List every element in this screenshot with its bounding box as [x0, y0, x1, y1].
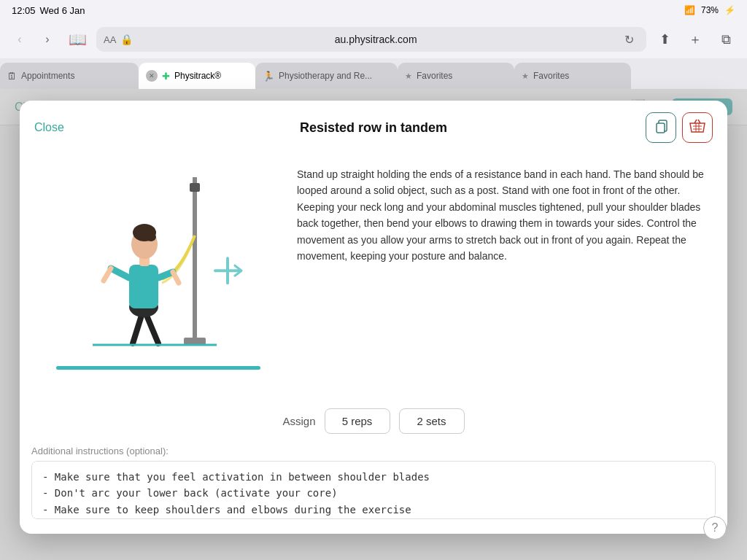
modal-close-button[interactable]: Close: [34, 121, 64, 134]
instructions-label: Additional instructions (optional):: [31, 446, 716, 456]
appointments-tab-label: Appointments: [21, 71, 74, 81]
modal-header-actions: [646, 112, 713, 143]
time-display: 12:05: [12, 5, 36, 16]
modal-body: Stand up straight holding the ends of a …: [20, 152, 727, 400]
exercise-description-text: Stand up straight holding the ends of a …: [297, 166, 713, 264]
status-icons: 📶 73% ⚡: [684, 5, 735, 15]
basket-icon: [689, 119, 705, 137]
svg-rect-7: [190, 183, 200, 192]
status-bar: 12:05 Wed 6 Jan 📶 73% ⚡: [0, 0, 747, 20]
address-bar[interactable]: AA 🔒 au.physitrack.com ↻: [96, 27, 646, 52]
physiotherapy-tab-icon: 🏃: [263, 71, 274, 82]
refresh-button[interactable]: ↻: [619, 29, 639, 50]
assign-label: Assign: [282, 415, 315, 427]
copy-exercise-button[interactable]: [646, 112, 676, 143]
instructions-section: Additional instructions (optional):: [20, 446, 727, 534]
charging-icon: ⚡: [724, 5, 735, 15]
tab-physiotherapy[interactable]: 🏃 Physiotherapy and Re...: [255, 63, 398, 89]
svg-rect-11: [129, 265, 158, 308]
exercise-description: Stand up straight holding the ends of a …: [297, 159, 713, 385]
physitrack-tab-label: Physitrack®: [174, 71, 221, 81]
svg-line-15: [173, 272, 179, 283]
modal-overlay: Close Resisted row in tandem: [0, 89, 747, 560]
status-time-area: 12:05 Wed 6 Jan: [12, 5, 85, 16]
tabs-overview-button[interactable]: ⧉: [713, 27, 738, 52]
tab-favorites-2[interactable]: ★ Favorites: [514, 63, 631, 89]
browser-actions: ⬆ ＋ ⧉: [652, 27, 738, 52]
new-tab-button[interactable]: ＋: [683, 27, 708, 52]
battery-display: 73%: [701, 5, 719, 15]
share-button[interactable]: ⬆: [652, 27, 677, 52]
add-exercise-icon: [209, 252, 246, 295]
favorites2-tab-icon: ★: [522, 71, 529, 81]
lock-icon: 🔒: [120, 34, 133, 45]
copy-icon: [654, 119, 668, 137]
svg-line-13: [104, 268, 111, 281]
exercise-progress-bar: [56, 366, 260, 370]
tab-favorites-1[interactable]: ★ Favorites: [398, 63, 514, 89]
exercise-image: [49, 159, 268, 363]
svg-point-19: [146, 233, 156, 241]
sets-button[interactable]: 2 sets: [399, 408, 465, 434]
exercise-modal: Close Resisted row in tandem: [20, 101, 727, 534]
favorites2-tab-label: Favorites: [533, 71, 569, 81]
favorites1-tab-icon: ★: [405, 71, 412, 81]
bookmarks-button[interactable]: 📖: [64, 26, 90, 52]
physitrack-tab-close[interactable]: ✕: [146, 70, 158, 82]
favorites1-tab-label: Favorites: [417, 71, 452, 81]
wifi-icon: 📶: [684, 5, 695, 15]
exercise-image-area: [34, 159, 282, 385]
url-display: au.physitrack.com: [137, 34, 614, 45]
appointments-tab-icon: 🗓: [7, 71, 17, 82]
svg-line-12: [111, 268, 129, 278]
aa-label: AA: [104, 34, 116, 45]
instructions-textarea[interactable]: [31, 461, 716, 519]
assign-row: Assign 5 reps 2 sets: [20, 400, 727, 446]
physiotherapy-tab-label: Physiotherapy and Re...: [279, 71, 372, 81]
tab-physitrack[interactable]: ✕ ✚ Physitrack®: [139, 63, 255, 89]
help-button[interactable]: ?: [703, 516, 727, 540]
page-background: Close Shoulder impingement phase 1 ✎ ⬜ 🖨…: [0, 89, 747, 560]
svg-rect-0: [657, 123, 665, 133]
reps-button[interactable]: 5 reps: [325, 408, 390, 434]
forward-button[interactable]: ›: [36, 28, 58, 50]
tab-appointments[interactable]: 🗓 Appointments: [0, 63, 139, 89]
physitrack-tab-icon: ✚: [162, 71, 170, 82]
add-to-basket-button[interactable]: [682, 112, 713, 143]
tabs-bar: 🗓 Appointments ✕ ✚ Physitrack® 🏃 Physiot…: [0, 58, 747, 89]
date-display: Wed 6 Jan: [40, 5, 85, 16]
modal-title: Resisted row in tandem: [300, 120, 447, 136]
nav-bar: ‹ › 📖 AA 🔒 au.physitrack.com ↻ ⬆ ＋ ⧉: [0, 20, 747, 58]
modal-header: Close Resisted row in tandem: [20, 101, 727, 152]
back-button[interactable]: ‹: [9, 28, 31, 50]
browser-chrome: ‹ › 📖 AA 🔒 au.physitrack.com ↻ ⬆ ＋ ⧉ 🗓 A…: [0, 20, 747, 90]
